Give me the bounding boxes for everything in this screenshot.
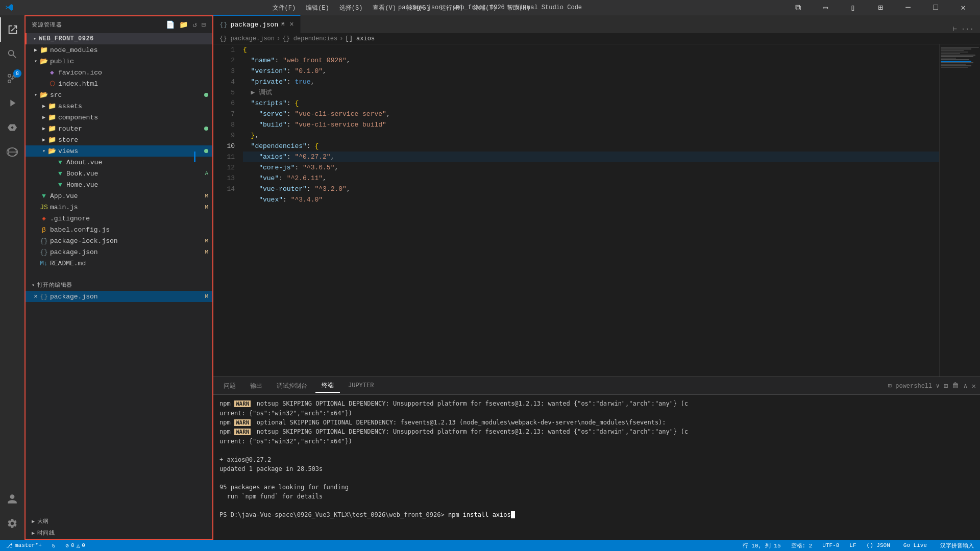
toggle-layout-btn[interactable]: ⊞ — [869, 0, 892, 15]
remote-activity-icon[interactable] — [0, 140, 24, 164]
open-editors-header[interactable]: ▾ 打开的编辑器 — [26, 279, 212, 291]
go-live-status[interactable]: Go Live — [898, 541, 932, 549]
code-line-2: "name": "web_front_0926", — [243, 55, 939, 66]
store-folder[interactable]: ▶ 📁 store — [26, 134, 212, 145]
views-folder[interactable]: ▾ 📂 views — [26, 145, 212, 157]
error-icon: ⊘ — [65, 542, 69, 549]
main-js-file[interactable]: ▶ JS main.js M — [26, 202, 212, 213]
babel-config-label: babel.config.js — [50, 226, 212, 234]
node-modules-folder[interactable]: ▶ 📁 node_modules — [26, 44, 212, 56]
folder-arrow: ▶ — [32, 46, 40, 54]
favicon-file[interactable]: ▶ ◆ favicon.ico — [26, 67, 212, 78]
errors-status[interactable]: ⊘ 0 △ 0 — [63, 542, 87, 549]
ime-status[interactable]: 汉字拼音输入 — [938, 542, 976, 549]
problems-tab[interactable]: 问题 — [217, 380, 242, 392]
gitignore-file[interactable]: ▶ ◈ .gitignore — [26, 213, 212, 224]
terminal-prompt-line[interactable]: PS D:\java-Vue-space\0926_Vue3_KTLX\test… — [219, 510, 974, 519]
terminal-tab[interactable]: 终端 — [315, 379, 340, 393]
tab-modified-dot: M — [281, 22, 284, 28]
vue-file-icon: ▼ — [56, 158, 64, 166]
sidebar-header-icons[interactable]: 📄 📁 ↺ ⊟ — [166, 20, 206, 29]
line-ending-status[interactable]: LF — [847, 542, 858, 548]
terminal-line-blank1 — [219, 446, 974, 455]
language-status[interactable]: () JSON — [865, 542, 892, 548]
vscode-logo-icon — [5, 4, 13, 12]
go-live-label: Go Live — [900, 541, 930, 549]
about-vue-file[interactable]: ▶ ▼ About.vue — [26, 157, 212, 168]
account-activity-icon[interactable] — [0, 487, 24, 511]
babel-config-file[interactable]: ▶ β babel.config.js — [26, 224, 212, 235]
titlebar-controls[interactable]: ⧉ ▭ ▯ ⊞ ─ □ ✕ — [786, 0, 975, 15]
menu-item[interactable]: 查看(V) — [369, 3, 400, 13]
toggle-panel-btn[interactable]: ▭ — [814, 0, 837, 15]
breadcrumb-item[interactable]: [] axios — [345, 35, 375, 42]
components-folder[interactable]: ▶ 📁 components — [26, 112, 212, 123]
run-debug-activity-icon[interactable] — [0, 91, 24, 115]
folder-arrow: ▾ — [32, 91, 40, 99]
src-folder[interactable]: ▾ 📂 src — [26, 89, 212, 101]
explorer-activity-icon[interactable] — [0, 17, 24, 42]
output-tab[interactable]: 输出 — [244, 380, 268, 392]
folder-arrow: ▶ — [40, 136, 48, 144]
split-right-icon[interactable]: ⊢ — [952, 24, 957, 33]
editor-content[interactable]: 1 2 3 4 5 6 7 8 9 10 11 12 13 14 — [213, 44, 939, 377]
sync-icon: ↻ — [52, 542, 56, 549]
app-vue-file[interactable]: ▶ ▼ App.vue M — [26, 190, 212, 202]
outline-label: 大纲 — [37, 517, 49, 525]
new-file-icon[interactable]: 📄 — [166, 20, 175, 29]
menu-item[interactable]: 文件(F) — [268, 3, 300, 13]
minimize-btn[interactable]: ─ — [896, 0, 920, 15]
new-folder-icon[interactable]: 📁 — [179, 20, 188, 29]
breadcrumb: {} package.json › {} dependencies › [] a… — [213, 33, 980, 44]
public-folder[interactable]: ▾ 📂 public — [26, 56, 212, 67]
search-activity-icon[interactable] — [0, 42, 24, 66]
terminal-chevron-up-icon[interactable]: ∧ — [963, 382, 967, 390]
timeline-header[interactable]: ▶ 时间线 — [26, 527, 212, 539]
settings-activity-icon[interactable] — [0, 511, 24, 536]
package-json-file[interactable]: ▶ {} package.json M — [26, 246, 212, 258]
activity-bar: 8 — [0, 15, 24, 540]
terminal-trash-icon[interactable]: 🗑 — [952, 382, 959, 390]
menu-item[interactable]: 编辑(E) — [302, 3, 333, 13]
close-file-icon[interactable]: × — [32, 292, 40, 300]
breadcrumb-section[interactable]: {} dependencies — [282, 35, 337, 42]
readme-file[interactable]: ▶ M↓ README.md — [26, 258, 212, 269]
debug-console-tab[interactable]: 调试控制台 — [271, 380, 313, 392]
code-content[interactable]: { "name": "web_front_0926", "version": "… — [239, 44, 939, 377]
tab-package-json[interactable]: {} package.json M × — [213, 15, 301, 33]
open-editor-package-json[interactable]: × {} package.json M — [26, 291, 212, 302]
open-editors-label: 打开的编辑器 — [37, 281, 72, 289]
index-html-file[interactable]: ▶ ⬡ index.html — [26, 78, 212, 89]
jupyter-tab[interactable]: JUPYTER — [342, 380, 380, 391]
git-branch-status[interactable]: ⎇ master*+ — [4, 542, 44, 549]
app-vue-badge: M — [205, 193, 208, 199]
terminal-close-icon[interactable]: ✕ — [972, 382, 976, 390]
sync-status[interactable]: ↻ — [50, 542, 58, 549]
collapse-all-icon[interactable]: ⊟ — [202, 20, 206, 29]
close-btn[interactable]: ✕ — [951, 0, 975, 15]
split-editor-btn[interactable]: ⧉ — [786, 0, 810, 15]
terminal-split-icon[interactable]: ⊞ — [944, 382, 948, 390]
menu-item[interactable]: 选择(S) — [335, 3, 367, 13]
breadcrumb-file[interactable]: {} package.json — [219, 35, 275, 42]
encoding-status[interactable]: UTF-8 — [820, 542, 841, 548]
project-root[interactable]: ▾ WEB_FRONT_0926 — [26, 33, 212, 44]
toggle-sidebar-btn[interactable]: ▯ — [841, 0, 865, 15]
package-lock-label: package-lock.json — [50, 237, 205, 245]
source-control-activity-icon[interactable]: 8 — [0, 66, 24, 91]
terminal-content[interactable]: npm WARN notsup SKIPPING OPTIONAL DEPEND… — [213, 395, 980, 540]
router-folder[interactable]: ▶ 📁 router — [26, 123, 212, 134]
outline-header[interactable]: ▶ 大纲 — [26, 515, 212, 527]
book-vue-file[interactable]: ▶ ▼ Book.vue A — [26, 168, 212, 179]
terminal-new-icon[interactable]: ⊞ powershell ∨ — [888, 382, 940, 390]
home-vue-file[interactable]: ▶ ▼ Home.vue — [26, 179, 212, 190]
extensions-activity-icon[interactable] — [0, 115, 24, 140]
indentation-status[interactable]: 空格: 2 — [789, 542, 815, 549]
cursor-position-status[interactable]: 行 10, 列 15 — [741, 542, 783, 549]
tab-close-btn[interactable]: × — [289, 20, 293, 29]
package-lock-file[interactable]: ▶ {} package-lock.json M — [26, 235, 212, 246]
refresh-icon[interactable]: ↺ — [192, 20, 197, 29]
maximize-btn[interactable]: □ — [924, 0, 947, 15]
assets-folder[interactable]: ▶ 📁 assets — [26, 101, 212, 112]
more-actions-icon[interactable]: ··· — [961, 25, 974, 33]
